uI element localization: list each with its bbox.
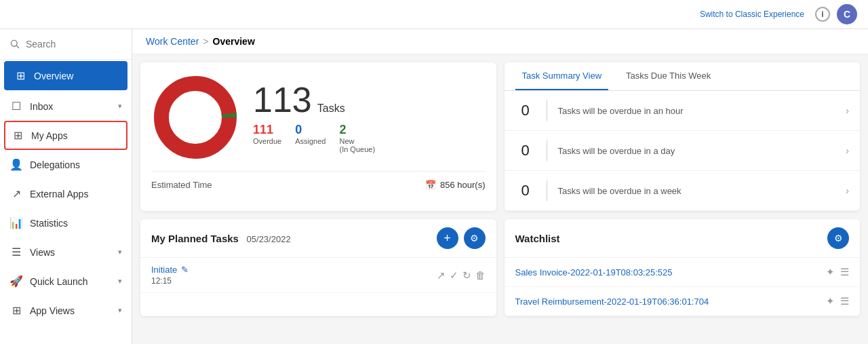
rocket-icon: 🚀	[9, 275, 23, 288]
stat-overdue-label: Overdue	[253, 137, 281, 145]
sidebar-search[interactable]: Search	[0, 29, 132, 60]
tabs-header: Task Summary View Tasks Due This Week	[505, 62, 861, 91]
sidebar-item-inbox[interactable]: ☐ Inbox ▾	[0, 92, 132, 121]
sidebar-label-inbox: Inbox	[30, 101, 53, 112]
avatar[interactable]: C	[837, 4, 857, 24]
task-count-wrap: 113 Tasks 111 Overdue 0 Assigned	[253, 82, 375, 153]
task-time-initiate: 12:15	[151, 276, 189, 286]
calendar-icon: 📅	[425, 180, 436, 190]
task-count-label: Tasks	[317, 102, 345, 115]
collapse-sidebar-handle[interactable]: ‹	[132, 173, 132, 200]
planned-tasks-actions: + ⚙	[437, 227, 486, 249]
task-link-initiate[interactable]: Initiate ✎	[151, 265, 189, 275]
sidebar-item-statistics[interactable]: 📊 Statistics	[0, 208, 132, 237]
sidebar-label-delegations: Delegations	[30, 159, 80, 170]
planned-tasks-gear-button[interactable]: ⚙	[464, 227, 486, 249]
sidebar-label-app-views: App Views	[30, 305, 75, 316]
breadcrumb-separator: >	[203, 36, 208, 47]
sidebar: Search ⊞ Overview ☐ Inbox ▾ ⊞ My Apps 👤 …	[0, 29, 132, 344]
watchlist-header: Watchlist ⚙	[505, 219, 861, 258]
estimated-label: Estimated Time	[151, 180, 212, 190]
sidebar-item-app-views[interactable]: ⊞ App Views ▾	[0, 296, 132, 325]
watchlist-row-1[interactable]: Travel Reimbursement-2022-01-19T06:36:01…	[505, 287, 861, 316]
task-list-left-0: Initiate ✎ 12:15	[151, 265, 189, 286]
sidebar-item-external-apps[interactable]: ↗ External Apps	[0, 179, 132, 208]
sidebar-item-my-apps[interactable]: ⊞ My Apps	[4, 121, 127, 150]
task-summary-row-0[interactable]: 0 Tasks will be overdue in an hour ›	[505, 91, 861, 131]
inbox-icon: ☐	[9, 100, 23, 113]
planned-tasks-header: My Planned Tasks 05/23/2022 + ⚙	[140, 219, 496, 258]
task-row-desc-1: Tasks will be overdue in a day	[558, 146, 835, 156]
reschedule-icon[interactable]: ↻	[462, 269, 471, 282]
divider-2	[547, 180, 547, 201]
person-icon: 👤	[9, 158, 23, 171]
watchlist-gear-button[interactable]: ⚙	[827, 227, 849, 249]
top-content-grid: 113 Tasks 111 Overdue 0 Assigned	[132, 54, 868, 219]
sidebar-label-views: Views	[30, 247, 55, 258]
menu-icon-1[interactable]: ☰	[840, 295, 849, 307]
chevron-right-icon-1: ›	[846, 145, 849, 156]
pin-icon-0[interactable]: ✦	[826, 266, 835, 278]
task-row-count-2: 0	[515, 182, 536, 199]
open-icon[interactable]: ↗	[437, 269, 446, 282]
sidebar-item-views[interactable]: ☰ Views ▾	[0, 237, 132, 267]
chevron-down-icon-av: ▾	[118, 306, 122, 315]
stat-new-label: New(In Queue)	[339, 137, 375, 153]
planned-tasks-title-wrap: My Planned Tasks 05/23/2022	[151, 233, 291, 244]
task-summary-row-1[interactable]: 0 Tasks will be overdue in a day ›	[505, 131, 861, 171]
watchlist-card: Watchlist ⚙ Sales Invoice-2022-01-19T08:…	[505, 219, 861, 316]
tab-task-summary-view[interactable]: Task Summary View	[515, 62, 609, 90]
stat-overdue-number: 111	[253, 123, 273, 137]
estimated-time-row: Estimated Time 📅 856 hour(s)	[151, 171, 486, 190]
search-icon	[9, 39, 20, 50]
chevron-down-icon-ql: ▾	[118, 277, 122, 286]
watchlist-title: Watchlist	[515, 233, 560, 244]
switch-classic-link[interactable]: Switch to Classic Experience	[700, 9, 804, 19]
tab-tasks-due-this-week[interactable]: Tasks Due This Week	[619, 62, 717, 90]
add-task-button[interactable]: +	[437, 227, 458, 249]
stat-assigned-label: Assigned	[295, 137, 326, 145]
stat-new: 2 New(In Queue)	[339, 123, 375, 153]
sidebar-item-delegations[interactable]: 👤 Delegations	[0, 150, 132, 179]
breadcrumb-current: Overview	[213, 36, 255, 47]
stat-overdue: 111 Overdue	[253, 123, 281, 153]
watchlist-link-1[interactable]: Travel Reimbursement-2022-01-19T06:36:01…	[515, 297, 709, 307]
stat-assigned-number: 0	[295, 123, 302, 137]
task-list-actions-0: ↗ ✓ ↻ 🗑	[437, 269, 486, 282]
watchlist-link-0[interactable]: Sales Invoice-2022-01-19T08:03:25:525	[515, 267, 673, 278]
top-bar-icons: i C	[815, 4, 857, 24]
pin-icon-1[interactable]: ✦	[826, 295, 835, 307]
chart-icon: 📊	[9, 216, 23, 229]
sidebar-label-my-apps: My Apps	[31, 130, 68, 141]
main-content: Work Center > Overview	[132, 29, 868, 344]
watchlist-row-0[interactable]: Sales Invoice-2022-01-19T08:03:25:525 ✦ …	[505, 258, 861, 287]
bottom-content-grid: My Planned Tasks 05/23/2022 + ⚙ Initiate…	[132, 219, 868, 324]
chevron-down-icon: ▾	[118, 102, 122, 111]
views-icon: ☰	[9, 246, 23, 259]
info-icon[interactable]: i	[815, 7, 830, 22]
estimated-hours: 856 hour(s)	[440, 180, 485, 190]
task-summary-row-2[interactable]: 0 Tasks will be overdue in a week ›	[505, 171, 861, 211]
edit-icon-initiate[interactable]: ✎	[181, 265, 189, 275]
external-icon: ↗	[9, 187, 23, 200]
breadcrumb-parent[interactable]: Work Center	[146, 36, 199, 47]
grid-icon: ⊞	[14, 69, 27, 82]
chevron-right-icon-2: ›	[846, 185, 849, 196]
divider-1	[547, 140, 547, 161]
menu-icon-0[interactable]: ☰	[840, 266, 849, 278]
planned-tasks-card: My Planned Tasks 05/23/2022 + ⚙ Initiate…	[140, 219, 496, 316]
task-row-desc-0: Tasks will be overdue in an hour	[558, 106, 835, 116]
chevron-right-icon-0: ›	[846, 105, 849, 116]
task-stats: 111 Overdue 0 Assigned 2 New(In Queue)	[253, 123, 375, 153]
search-label: Search	[26, 39, 56, 50]
sidebar-item-quick-launch[interactable]: 🚀 Quick Launch ▾	[0, 267, 132, 296]
watchlist-actions-1: ✦ ☰	[826, 295, 849, 307]
stat-assigned: 0 Assigned	[295, 123, 326, 153]
top-bar: Switch to Classic Experience i C	[0, 0, 868, 29]
delete-icon[interactable]: 🗑	[475, 269, 486, 281]
sidebar-item-overview[interactable]: ⊞ Overview	[4, 61, 127, 90]
divider-0	[547, 100, 547, 121]
main-layout: Search ⊞ Overview ☐ Inbox ▾ ⊞ My Apps 👤 …	[0, 29, 868, 344]
complete-icon[interactable]: ✓	[450, 269, 458, 282]
task-list-item-0: Initiate ✎ 12:15 ↗ ✓ ↻ 🗑	[140, 258, 496, 293]
